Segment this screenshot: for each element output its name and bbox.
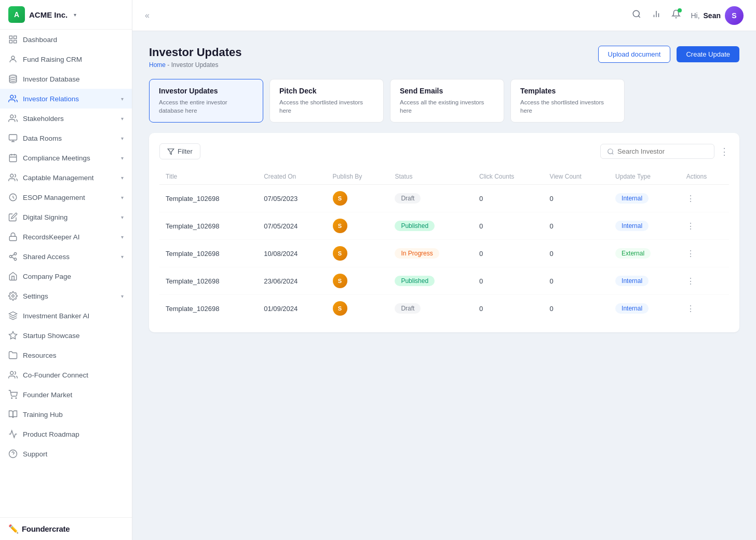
svg-marker-28	[168, 148, 174, 154]
svg-rect-2	[9, 40, 12, 43]
filter-button[interactable]: Filter	[159, 143, 200, 159]
svg-point-20	[16, 398, 17, 399]
create-update-button[interactable]: Create Update	[677, 46, 739, 62]
svg-point-29	[608, 148, 613, 153]
cell-update-type: Internal	[609, 212, 680, 240]
cell-publish-by: S	[327, 185, 389, 212]
svg-marker-17	[9, 332, 17, 339]
cofounder-icon	[8, 370, 18, 380]
cell-title: Template_102698	[159, 240, 258, 267]
sidebar-item-settings[interactable]: Settings ▾	[0, 286, 132, 306]
sidebar-item-company-page[interactable]: Company Page	[0, 266, 132, 286]
search-investor-input[interactable]	[617, 147, 695, 155]
cell-view-count: 0	[544, 267, 610, 295]
cell-view-count: 0	[544, 295, 610, 322]
sidebar-item-dashboard[interactable]: Dashboard	[0, 30, 132, 49]
svg-point-16	[12, 295, 15, 298]
sidebar-item-data-rooms[interactable]: Data Rooms ▾	[0, 128, 132, 148]
ai-icon	[8, 232, 18, 241]
svg-point-4	[11, 56, 15, 59]
tab-templates[interactable]: Templates Access the shortlisted investo…	[510, 79, 625, 123]
cell-status: Draft	[388, 185, 473, 212]
tab-send-emails-desc: Access all the existing investors here	[400, 98, 494, 115]
sidebar-item-resources[interactable]: Resources	[0, 345, 132, 365]
publish-by-avatar: S	[333, 301, 347, 316]
tab-templates-desc: Access the shortlisted investors here	[520, 98, 615, 115]
cell-title: Template_102698	[159, 267, 258, 295]
company-icon	[8, 272, 18, 281]
tab-investor-updates[interactable]: Investor Updates Access the entire inves…	[149, 79, 263, 123]
cell-created-on: 23/06/2024	[258, 267, 326, 295]
update-type-badge: Internal	[615, 276, 649, 286]
logo-icon: A	[8, 6, 25, 23]
cell-status: Published	[388, 212, 473, 240]
sidebar-logo[interactable]: A ACME Inc. ▾	[0, 0, 132, 30]
status-badge: Draft	[395, 193, 421, 204]
col-update-type: Update Type	[609, 169, 680, 185]
sidebar-item-startup-showcase[interactable]: Startup Showcase	[0, 326, 132, 345]
esop-icon	[8, 193, 18, 202]
search-investor-box[interactable]	[600, 144, 714, 159]
cell-title: Template_102698	[159, 212, 258, 240]
sidebar-item-stakeholders[interactable]: Stakeholders ▾	[0, 109, 132, 128]
sidebar-item-esop-management[interactable]: ESOP Management ▾	[0, 187, 132, 207]
signing-chevron: ▾	[121, 214, 124, 220]
breadcrumb: Home - Investor Updates	[149, 61, 242, 69]
status-badge: In Progress	[395, 248, 439, 259]
svg-rect-1	[14, 36, 17, 38]
cell-created-on: 07/05/2024	[258, 212, 326, 240]
row-actions-button[interactable]: ⋮	[686, 249, 695, 258]
sidebar-item-support[interactable]: Support	[0, 444, 132, 464]
sidebar-item-co-founder-connect[interactable]: Co-Founder Connect	[0, 365, 132, 385]
sidebar-item-shared-access[interactable]: Shared Access ▾	[0, 247, 132, 266]
sidebar-item-fundraising-crm[interactable]: Fund Raising CRM	[0, 49, 132, 69]
sidebar-item-digital-signing[interactable]: Digital Signing ▾	[0, 207, 132, 227]
sidebar-item-compliance-meetings[interactable]: Compliance Meetings ▾	[0, 148, 132, 168]
sidebar-item-investment-banker-ai[interactable]: Investment Banker AI	[0, 306, 132, 326]
publish-by-avatar: S	[333, 246, 347, 261]
sidebar-item-captable-management[interactable]: Captable Management ▾	[0, 168, 132, 187]
cell-created-on: 01/09/2024	[258, 295, 326, 322]
table-more-options-button[interactable]: ⋮	[720, 146, 729, 157]
cell-update-type: External	[609, 240, 680, 267]
sidebar-item-training-hub[interactable]: Training Hub	[0, 404, 132, 424]
svg-point-23	[633, 10, 639, 17]
sidebar-item-founder-market[interactable]: Founder Market	[0, 385, 132, 404]
search-topbar-button[interactable]	[632, 9, 641, 21]
breadcrumb-home-link[interactable]: Home	[149, 61, 166, 69]
resources-icon	[8, 350, 18, 360]
row-actions-button[interactable]: ⋮	[686, 222, 695, 231]
sidebar-item-investor-database[interactable]: Investor Database	[0, 69, 132, 89]
notifications-button[interactable]	[671, 9, 681, 21]
cell-status: Draft	[388, 295, 473, 322]
status-badge: Published	[395, 221, 435, 231]
cell-publish-by: S	[327, 295, 389, 322]
row-actions-button[interactable]: ⋮	[686, 304, 695, 313]
tab-send-emails[interactable]: Send Emails Access all the existing inve…	[390, 79, 504, 123]
svg-line-24	[638, 16, 640, 17]
col-publish-by: Publish By	[327, 169, 389, 185]
tab-pitch-deck-title: Pitch Deck	[279, 87, 374, 95]
update-type-badge: Internal	[615, 303, 649, 314]
sidebar-item-product-roadmap[interactable]: Product Roadmap	[0, 424, 132, 444]
cell-actions: ⋮	[680, 295, 729, 322]
stakeholders-chevron: ▾	[121, 116, 124, 122]
collapse-sidebar-button[interactable]: «	[145, 11, 150, 20]
row-actions-button[interactable]: ⋮	[686, 194, 695, 203]
analytics-topbar-button[interactable]	[652, 9, 661, 21]
tab-pitch-deck[interactable]: Pitch Deck Access the shortlisted invest…	[269, 79, 384, 123]
sidebar-item-investor-relations[interactable]: Investor Relations ▾	[0, 89, 132, 109]
svg-point-15	[14, 258, 17, 261]
cell-status: In Progress	[388, 240, 473, 267]
crm-icon	[8, 55, 18, 64]
notification-dot	[678, 8, 682, 12]
col-view-count: View Count	[544, 169, 610, 185]
filter-icon	[167, 148, 174, 155]
table-row: Template_102698 07/05/2023 S Draft 0 0 I…	[159, 185, 729, 212]
table-toolbar: Filter ⋮	[159, 143, 729, 159]
user-avatar[interactable]: S	[725, 6, 744, 25]
cell-update-type: Internal	[609, 295, 680, 322]
sidebar-item-recordskeeper-ai[interactable]: RecordsKeeper AI ▾	[0, 227, 132, 247]
row-actions-button[interactable]: ⋮	[686, 277, 695, 286]
upload-document-button[interactable]: Upload document	[598, 46, 671, 63]
